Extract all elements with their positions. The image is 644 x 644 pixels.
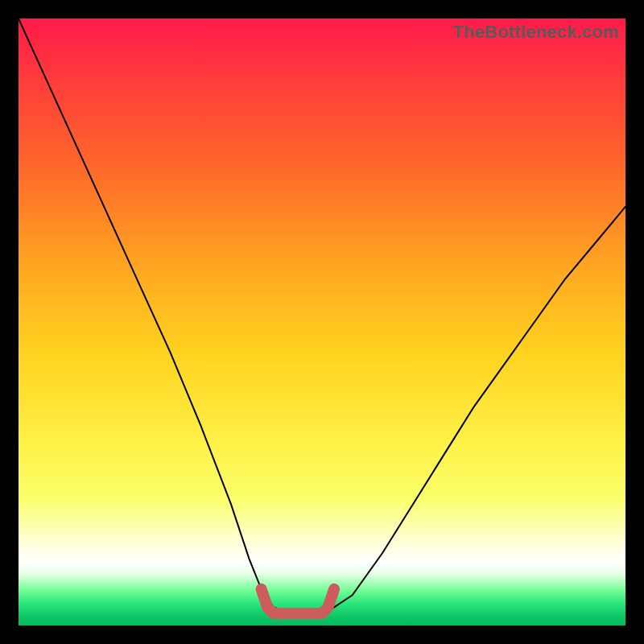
floor-marker [262,589,335,613]
chart-svg [19,19,625,625]
bottleneck-curve [19,19,625,613]
plot-area: TheBottleneck.com [19,19,625,625]
chart-container: TheBottleneck.com [0,0,644,644]
